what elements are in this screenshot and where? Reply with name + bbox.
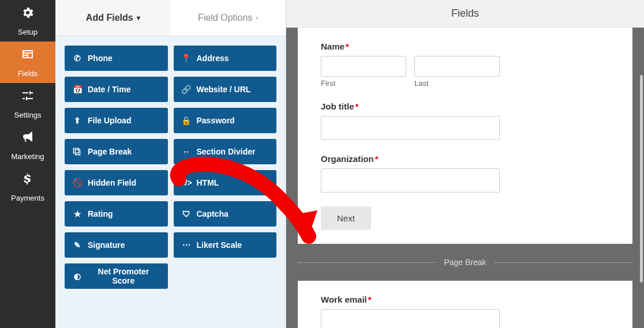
sidebar-item-payments[interactable]: Payments (0, 166, 55, 208)
field-button-hidden-field[interactable]: 🚫Hidden Field (65, 170, 168, 195)
field-label: Password (197, 116, 235, 125)
sidebar-item-fields[interactable]: Fields (0, 42, 55, 83)
required-indicator: * (355, 101, 359, 111)
field-label: Likert Scale (197, 240, 242, 250)
chevron-down-icon: ▾ (137, 14, 140, 22)
field-button-likert-scale[interactable]: ⋯Likert Scale (174, 232, 277, 258)
sidebar-item-settings[interactable]: Settings (0, 83, 55, 125)
field-button-captcha[interactable]: 🛡Captcha (174, 201, 277, 227)
nav-label: Fields (18, 69, 38, 78)
pin-icon: 📍 (182, 54, 191, 63)
tab-field-options[interactable]: Field Options › (171, 0, 286, 36)
form-field-organization[interactable]: Organization* (321, 154, 609, 193)
tab-add-fields[interactable]: Add Fields ▾ (55, 0, 171, 36)
field-builder-panel: Add Fields ▾ Field Options › ✆Phone 📍Add… (55, 0, 286, 328)
field-label: Signature (88, 240, 125, 250)
sidebar-item-marketing[interactable]: Marketing (0, 125, 55, 166)
pencil-icon: ✎ (73, 240, 82, 250)
field-label: Job title* (321, 101, 609, 111)
calendar-icon: 📅 (73, 85, 82, 94)
eye-off-icon: 🚫 (73, 178, 82, 187)
page-break-divider[interactable]: Page Break (298, 244, 632, 281)
shield-icon: 🛡 (182, 209, 191, 218)
field-button-net-promoter-score[interactable]: ◐Net Promoter Score (65, 263, 168, 289)
field-label: Name* (321, 42, 609, 51)
field-label: Section Divider (197, 147, 256, 156)
sliders-icon (21, 89, 35, 108)
form-field-work-email[interactable]: Work email* (321, 295, 609, 328)
field-button-rating[interactable]: ★Rating (65, 201, 168, 227)
panel-title: Fields (286, 0, 644, 28)
field-label: Date / Time (88, 85, 130, 94)
nav-label: Marketing (11, 152, 44, 161)
field-button-website-url[interactable]: 🔗Website / URL (174, 77, 277, 102)
nav-label: Setup (18, 28, 38, 36)
form-canvas: Name* First Last Job title* (286, 28, 644, 328)
field-button-page-break[interactable]: ⿻Page Break (65, 139, 168, 164)
bullhorn-icon (21, 130, 35, 150)
sidebar-item-setup[interactable]: Setup (0, 0, 55, 42)
builder-tabs: Add Fields ▾ Field Options › (55, 0, 286, 36)
form-field-name[interactable]: Name* First Last (321, 42, 609, 88)
field-label: Website / URL (197, 85, 251, 94)
field-label: Net Promoter Score (87, 267, 159, 285)
lock-icon: 🔒 (182, 116, 191, 125)
field-button-section-divider[interactable]: ↔Section Divider (174, 139, 277, 164)
form-preview-panel: Fields Name* First Last (286, 0, 644, 328)
job-title-input[interactable] (321, 116, 500, 140)
phone-icon: ✆ (73, 54, 82, 63)
gear-icon (21, 6, 35, 25)
scrollbar[interactable] (640, 75, 643, 282)
field-button-signature[interactable]: ✎Signature (65, 232, 168, 258)
chevron-right-icon: › (256, 14, 258, 22)
field-label: File Upload (88, 116, 131, 125)
nav-label: Payments (11, 194, 44, 202)
first-sublabel: First (321, 79, 406, 88)
field-button-password[interactable]: 🔒Password (174, 108, 277, 133)
field-label: Captcha (197, 209, 229, 218)
next-button[interactable]: Next (321, 206, 371, 230)
field-button-html[interactable]: </>HTML (174, 170, 277, 195)
gauge-icon: ◐ (73, 272, 81, 281)
page-break-icon: ⿻ (73, 147, 82, 156)
field-label: Phone (88, 54, 113, 63)
upload-icon: ⬆ (73, 116, 82, 125)
code-icon: </> (182, 178, 191, 187)
dots-icon: ⋯ (182, 240, 191, 250)
form-icon (21, 47, 35, 67)
field-label: Hidden Field (88, 178, 136, 187)
field-label: Work email* (321, 295, 609, 304)
organization-input[interactable] (321, 168, 500, 193)
first-name-input[interactable] (321, 56, 406, 77)
form-field-job-title[interactable]: Job title* (321, 101, 609, 140)
field-label: Organization* (321, 154, 609, 164)
field-button-file-upload[interactable]: ⬆File Upload (65, 108, 168, 133)
divider-icon: ↔ (182, 147, 191, 156)
field-label: Rating (88, 209, 113, 218)
field-label: Address (197, 54, 229, 63)
required-indicator: * (375, 154, 379, 164)
tab-label: Field Options (198, 13, 252, 23)
required-indicator: * (368, 295, 372, 304)
field-list: ✆Phone 📍Address 📅Date / Time 🔗Website / … (55, 36, 286, 298)
required-indicator: * (346, 42, 349, 51)
nav-label: Settings (14, 111, 42, 119)
field-button-address[interactable]: 📍Address (174, 46, 277, 71)
side-navigation: Setup Fields Settings Marketing Payments (0, 0, 55, 328)
field-button-phone[interactable]: ✆Phone (65, 46, 168, 71)
star-icon: ★ (73, 209, 82, 218)
work-email-input[interactable] (321, 309, 500, 328)
field-label: HTML (197, 178, 219, 187)
field-button-date-time[interactable]: 📅Date / Time (65, 77, 168, 102)
last-name-input[interactable] (414, 56, 500, 77)
field-label: Page Break (88, 147, 132, 156)
dollar-icon (21, 172, 35, 191)
page-break-label: Page Break (437, 258, 493, 267)
tab-label: Add Fields (86, 13, 133, 23)
link-icon: 🔗 (182, 85, 191, 94)
last-sublabel: Last (414, 79, 500, 88)
